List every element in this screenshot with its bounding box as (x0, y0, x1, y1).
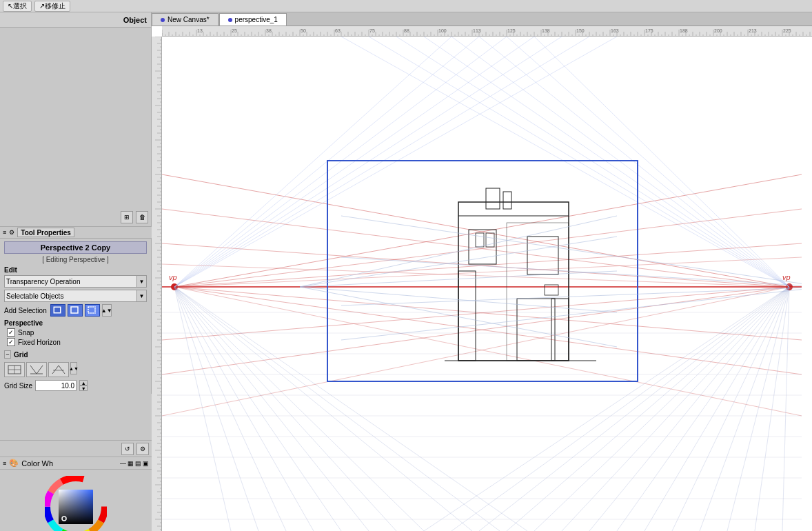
grid-label-row: − Grid (4, 349, 147, 360)
bottom-tools-row: ↺ ⚙ (0, 440, 152, 457)
svg-rect-2 (71, 307, 78, 313)
object-panel-header: Object (0, 12, 151, 28)
object-panel-icon2[interactable]: 🗑 (136, 211, 148, 223)
snap-checkbox[interactable]: ✓ (7, 328, 15, 337)
add-selection-btn2[interactable] (68, 304, 83, 317)
edit-section-label: Edit (4, 266, 147, 274)
svg-text:vp: vp (169, 273, 177, 281)
svg-text:vp: vp (782, 273, 791, 281)
object-panel-icon1[interactable]: ⊞ (121, 211, 133, 223)
svg-text:25: 25 (232, 28, 237, 33)
color-panel: ≡ 🎨 Color Wh — ▦ ▤ ▣ (0, 457, 152, 531)
settings-btn[interactable]: ⚙ (136, 443, 149, 455)
svg-line-8 (37, 365, 43, 374)
grid-btn-group: ▲▼ (4, 362, 147, 377)
tool-props-panel-header: ≡ ⚙ Tool Properties (0, 226, 152, 239)
svg-text:88: 88 (404, 28, 409, 33)
add-selection-spin[interactable]: ▲▼ (102, 304, 112, 317)
ruler-left-svg (152, 37, 162, 531)
svg-text:150: 150 (576, 28, 585, 33)
svg-text:163: 163 (611, 28, 619, 33)
svg-text:188: 188 (680, 28, 688, 33)
fixed-horizon-checkbox[interactable]: ✓ (7, 338, 15, 346)
color-panel-header: ≡ 🎨 Color Wh — ▦ ▤ ▣ (0, 457, 152, 470)
modify-tool-btn[interactable]: ↗ 移修止 (34, 1, 70, 12)
svg-text:138: 138 (542, 28, 550, 33)
svg-text:113: 113 (473, 28, 481, 33)
tool-props-icon: ≡ (3, 229, 6, 236)
grid-btn1[interactable] (4, 362, 25, 377)
select-icon: ↖ (8, 2, 13, 10)
tool-props-icon2: ⚙ (9, 229, 14, 236)
fixed-horizon-row: ✓ Fixed Horizon (4, 338, 147, 346)
perspective-section-label: Perspective (4, 319, 147, 327)
editing-perspective-label: [ Editing Perspective ] (4, 256, 147, 263)
refresh-btn[interactable]: ↺ (121, 443, 134, 455)
svg-rect-1 (54, 308, 60, 312)
ruler-top: 1325385063758810011312513815016317518820… (162, 26, 812, 37)
grid-size-input[interactable] (35, 380, 77, 391)
svg-text:200: 200 (714, 28, 722, 33)
grid-size-spinner: ▲ ▼ (79, 380, 88, 391)
transparency-operation-row: Transparency Operation ▼ (4, 275, 147, 288)
selectable-objects-select[interactable]: Selectable Objects (4, 290, 137, 302)
top-toolbar: ↖ 選択 ↗ 移修止 (0, 0, 812, 12)
tab-bar: New Canvas* perspective_1 (152, 12, 812, 26)
tab-dot-perspective (228, 18, 232, 22)
color-panel-controls: — ▦ ▤ ▣ (120, 460, 149, 467)
fixed-horizon-label: Fixed Horizon (18, 339, 61, 346)
canvas-drawing[interactable]: vp vp (162, 37, 802, 531)
grid-section: − Grid (4, 349, 147, 391)
svg-text:175: 175 (645, 28, 653, 33)
svg-text:50: 50 (301, 28, 306, 33)
object-panel-title: Object (123, 16, 147, 24)
add-selection-label: Add Selection (4, 307, 47, 314)
perspective-name: Perspective 2 Copy (4, 241, 147, 254)
transparency-operation-arrow[interactable]: ▼ (137, 275, 147, 288)
svg-rect-23 (59, 490, 93, 524)
svg-rect-234 (152, 37, 162, 531)
color-panel-label: Color Wh (21, 459, 53, 468)
svg-text:125: 125 (507, 28, 516, 33)
grid-size-down[interactable]: ▼ (79, 385, 88, 391)
tool-props-tab[interactable]: Tool Properties (17, 228, 74, 237)
grid-btn3[interactable] (48, 362, 69, 377)
grid-minus-btn[interactable]: − (4, 350, 11, 359)
select-tool-btn[interactable]: ↖ 選択 (3, 1, 32, 12)
svg-rect-3 (88, 307, 95, 313)
edit-panel: Perspective 2 Copy [ Editing Perspective… (0, 239, 152, 394)
grid-size-up[interactable]: ▲ (79, 380, 88, 385)
ruler-left (152, 37, 162, 531)
transparency-operation-select[interactable]: Transparency Operation (4, 275, 137, 288)
object-panel: Object ⊞ 🗑 (0, 12, 152, 226)
tab-perspective[interactable]: perspective_1 (219, 13, 287, 26)
color-panel-icon2: 🎨 (9, 459, 19, 468)
svg-line-11 (59, 365, 65, 374)
grid-btn2[interactable] (26, 362, 47, 377)
canvas-area: 1325385063758810011312513815016317518820… (152, 26, 812, 531)
grid-type-spin[interactable]: ▲▼ (70, 362, 77, 374)
tab-label-perspective: perspective_1 (235, 16, 278, 23)
selectable-objects-row: Selectable Objects ▼ (4, 290, 147, 302)
svg-text:100: 100 (438, 28, 447, 33)
svg-text:75: 75 (369, 28, 375, 33)
snap-row: ✓ Snap (4, 328, 147, 337)
snap-label: Snap (18, 329, 34, 337)
grid-size-label: Grid Size (4, 382, 32, 390)
tab-new-canvas[interactable]: New Canvas* (152, 13, 219, 26)
add-selection-btn3[interactable] (85, 304, 100, 317)
grid-size-row: Grid Size ▲ ▼ (4, 380, 147, 391)
left-panel: Object ⊞ 🗑 ≡ ⚙ Tool Properties Perspecti… (0, 12, 152, 531)
svg-text:13: 13 (197, 28, 203, 33)
tab-dot-new-canvas (161, 18, 165, 22)
modify-icon: ↗ (39, 2, 45, 10)
svg-text:38: 38 (266, 28, 272, 33)
add-selection-btn1[interactable] (50, 304, 65, 317)
svg-line-10 (52, 365, 59, 374)
color-panel-icon1: ≡ (3, 460, 6, 467)
color-wheel-container[interactable] (0, 470, 152, 531)
selectable-objects-arrow[interactable]: ▼ (137, 290, 147, 302)
grid-section-label: Grid (14, 351, 28, 359)
color-wheel[interactable] (45, 476, 107, 531)
svg-text:213: 213 (749, 28, 757, 33)
